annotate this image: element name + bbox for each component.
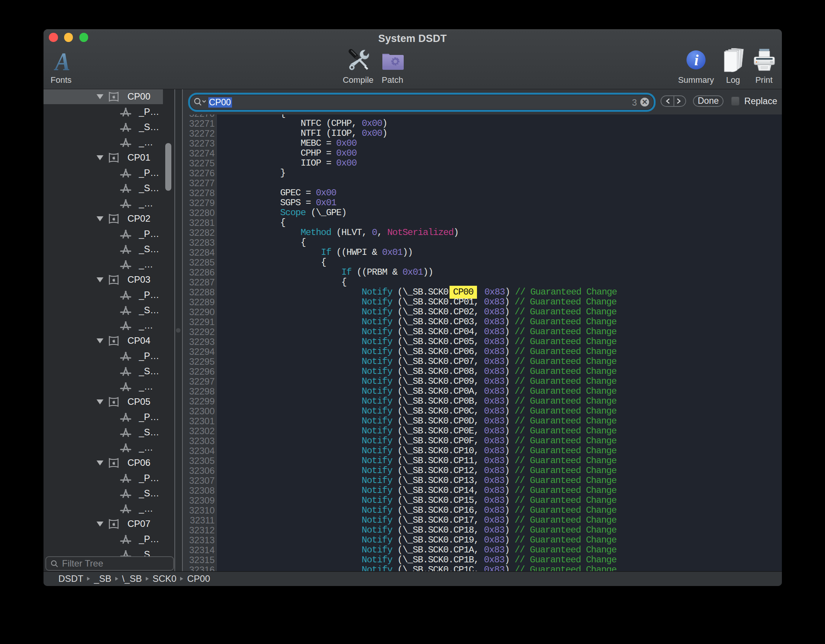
- svg-text:A: A: [53, 50, 70, 71]
- svg-text:i: i: [694, 52, 698, 69]
